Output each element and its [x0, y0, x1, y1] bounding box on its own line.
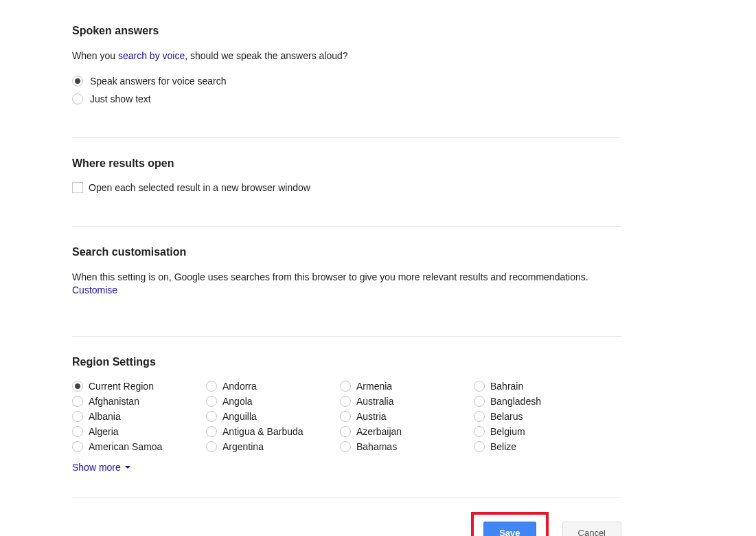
radio-icon[interactable] [72, 93, 83, 104]
radio-icon[interactable] [206, 411, 217, 422]
region-option[interactable]: Anguilla [206, 411, 340, 422]
region-label: Belarus [490, 411, 523, 422]
region-label: Angola [222, 396, 253, 407]
save-button[interactable]: Save [483, 522, 536, 536]
radio-icon[interactable] [72, 411, 83, 422]
spoken-answer-option[interactable]: Just show text [72, 93, 621, 104]
region-option[interactable]: Armenia [340, 381, 474, 392]
region-label: Bahamas [356, 441, 397, 452]
divider [72, 336, 621, 337]
radio-icon[interactable] [474, 381, 485, 392]
customise-link[interactable]: Customise [72, 284, 117, 295]
region-settings-section: Region Settings Current RegionAndorraArm… [72, 356, 621, 491]
region-option[interactable]: Australia [340, 396, 474, 407]
spoken-answers-description: When you search by voice, should we spea… [72, 49, 621, 63]
radio-label: Just show text [90, 93, 151, 104]
radio-icon[interactable] [474, 396, 485, 407]
region-label: Current Region [89, 381, 154, 392]
radio-icon[interactable] [340, 426, 351, 437]
region-option[interactable]: Algeria [72, 426, 206, 437]
search-customisation-title: Search customisation [72, 246, 621, 258]
region-label: Algeria [89, 426, 119, 437]
spoken-answers-section: Spoken answers When you search by voice,… [72, 25, 621, 125]
region-label: American Samoa [89, 441, 162, 452]
search-customisation-description: When this setting is on, Google uses sea… [72, 271, 621, 298]
region-label: Bahrain [490, 381, 523, 392]
radio-icon[interactable] [206, 396, 217, 407]
region-option[interactable]: Belgium [474, 426, 608, 437]
radio-icon[interactable] [474, 441, 485, 452]
search-customisation-section: Search customisation When this setting i… [72, 246, 621, 324]
radio-icon[interactable] [72, 441, 83, 452]
open-new-window-checkbox-row[interactable]: Open each selected result in a new brows… [72, 182, 621, 193]
region-label: Anguilla [222, 411, 257, 422]
region-label: Andorra [222, 381, 257, 392]
radio-icon[interactable] [340, 381, 351, 392]
spoken-answer-option[interactable]: Speak answers for voice search [72, 76, 621, 87]
region-label: Bangladesh [490, 396, 541, 407]
save-button-highlight: Save [471, 512, 548, 536]
region-label: Azerbaijan [356, 426, 402, 437]
radio-icon[interactable] [72, 381, 83, 392]
region-option[interactable]: Current Region [72, 381, 206, 392]
region-settings-title: Region Settings [72, 356, 621, 368]
region-option[interactable]: Argentina [206, 441, 340, 452]
radio-icon[interactable] [474, 411, 485, 422]
search-by-voice-link[interactable]: search by voice [118, 50, 185, 61]
radio-icon[interactable] [72, 76, 83, 87]
show-more-label: Show more [72, 462, 121, 473]
radio-icon[interactable] [72, 426, 83, 437]
region-label: Argentina [222, 441, 264, 452]
radio-icon[interactable] [206, 381, 217, 392]
divider [72, 226, 621, 227]
cancel-button[interactable]: Cancel [562, 522, 621, 536]
radio-icon[interactable] [206, 441, 217, 452]
region-option[interactable]: Andorra [206, 381, 340, 392]
region-label: Austria [356, 411, 387, 422]
radio-icon[interactable] [340, 441, 351, 452]
open-new-window-checkbox[interactable] [72, 182, 83, 193]
radio-label: Speak answers for voice search [90, 76, 226, 87]
region-label: Australia [356, 396, 393, 407]
open-new-window-label: Open each selected result in a new brows… [89, 182, 310, 193]
region-option[interactable]: American Samoa [72, 441, 206, 452]
region-option[interactable]: Bahrain [474, 381, 608, 392]
caret-down-icon [125, 466, 130, 469]
divider [72, 498, 621, 498]
region-option[interactable]: Austria [340, 411, 474, 422]
region-label: Belgium [490, 426, 525, 437]
radio-icon[interactable] [340, 396, 351, 407]
region-option[interactable]: Albania [72, 411, 206, 422]
region-label: Armenia [356, 381, 392, 392]
spoken-desc-after: , should we speak the answers aloud? [185, 50, 347, 61]
button-row: Save Cancel [72, 512, 621, 536]
region-option[interactable]: Azerbaijan [340, 426, 474, 437]
spoken-desc-before: When you [72, 50, 118, 61]
region-option[interactable]: Antigua & Barbuda [206, 426, 340, 437]
region-label: Albania [89, 411, 121, 422]
region-option[interactable]: Belarus [474, 411, 608, 422]
region-label: Afghanistan [89, 396, 139, 407]
region-label: Antigua & Barbuda [222, 426, 303, 437]
radio-icon[interactable] [340, 411, 351, 422]
region-label: Belize [490, 441, 516, 452]
customisation-desc-text: When this setting is on, Google uses sea… [72, 271, 588, 282]
region-option[interactable]: Angola [206, 396, 340, 407]
radio-icon[interactable] [474, 426, 485, 437]
divider [72, 137, 621, 138]
region-option[interactable]: Afghanistan [72, 396, 206, 407]
region-option[interactable]: Bangladesh [474, 396, 608, 407]
spoken-answers-title: Spoken answers [72, 25, 621, 37]
region-option[interactable]: Bahamas [340, 441, 474, 452]
where-results-open-title: Where results open [72, 157, 621, 170]
show-more-link[interactable]: Show more [72, 462, 130, 477]
radio-icon[interactable] [206, 426, 217, 437]
where-results-open-section: Where results open Open each selected re… [72, 157, 621, 214]
region-option[interactable]: Belize [474, 441, 608, 452]
radio-icon[interactable] [72, 396, 83, 407]
